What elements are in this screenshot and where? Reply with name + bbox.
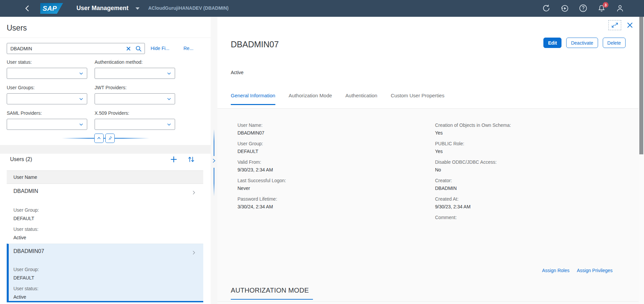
scrollbar-thumb[interactable] [639, 17, 643, 154]
user-row-dbadmin[interactable]: DBADMIN User Group: DEFAULT User status:… [7, 184, 203, 244]
edit-button[interactable]: Edit [543, 38, 561, 48]
field-user-name: User Name: DBADMIN07 [237, 122, 425, 136]
sap-logo-text: SAP [43, 5, 57, 12]
filter-user-status: User status: [7, 59, 87, 79]
field-created-at: Created At: 9/30/23, 2:34 AM [435, 196, 623, 209]
assign-roles-link[interactable]: Assign Roles [542, 268, 570, 273]
row-status-label: User status: [13, 226, 39, 232]
filter-label: SAML Providers: [7, 110, 87, 116]
sap-logo: SAP [40, 3, 63, 14]
replay-icon[interactable] [560, 4, 569, 13]
app-title[interactable]: User Management [76, 5, 128, 12]
jwt-providers-select[interactable] [95, 93, 175, 104]
restore-link[interactable]: Re... [183, 46, 194, 51]
filter-user-groups: User Groups: [7, 85, 87, 104]
field-label: Comment: [435, 215, 623, 220]
profile-icon[interactable] [615, 4, 625, 13]
row-group-label: User Group: [13, 207, 39, 213]
user-row-dbadmin07-selected[interactable]: DBADMIN07 User Group: DEFAULT User statu… [7, 244, 203, 302]
user-groups-select[interactable] [7, 93, 87, 104]
chevron-down-icon [78, 70, 84, 77]
field-disable-odbc-jdbc: Disable ODBC/JDBC Access: No [435, 159, 623, 172]
field-creator: Creator: DBADMIN [435, 178, 623, 191]
row-group-label: User Group: [13, 267, 39, 272]
assign-privileges-link[interactable]: Assign Privileges [577, 268, 613, 273]
pin-filters-button[interactable] [105, 134, 115, 143]
close-detail-icon[interactable] [626, 21, 634, 29]
field-value: 9/30/23, 2:34 AM [237, 167, 425, 172]
row-status-label: User status: [13, 286, 39, 291]
search-input[interactable] [7, 46, 124, 51]
row-chevron-right-icon[interactable] [191, 249, 197, 256]
tab-general-information[interactable]: General Information [231, 93, 275, 105]
enter-fullscreen-button[interactable] [608, 20, 621, 30]
add-user-button[interactable] [169, 155, 178, 164]
row-chevron-right-icon[interactable] [191, 189, 197, 196]
chevron-down-icon [78, 96, 84, 102]
filter-x509-providers: X.509 Providers: [95, 110, 175, 130]
field-label: Creator: [435, 178, 623, 183]
shellbar-actions: 3 [542, 4, 625, 13]
field-value: 9/30/23, 2:34 AM [435, 204, 623, 209]
field-value [435, 222, 623, 228]
field-value: Never [237, 186, 425, 191]
splitter-line [214, 168, 214, 196]
field-label: Valid From: [237, 159, 425, 165]
vertical-scrollbar[interactable] [639, 17, 644, 304]
back-icon[interactable] [23, 4, 32, 12]
notification-badge: 3 [603, 2, 608, 8]
tab-authorization-mode[interactable]: Authorization Mode [289, 93, 332, 105]
row-group-value: DEFAULT [13, 216, 34, 221]
app-title-caret-icon[interactable] [136, 7, 140, 10]
row-status-value: Active [13, 235, 26, 240]
field-creation-of-objects: Creation of Objects in Own Schema: Yes [435, 122, 623, 136]
user-search [7, 43, 145, 54]
panel-separator [0, 145, 211, 154]
saml-providers-select[interactable] [7, 119, 87, 130]
user-status-select[interactable] [7, 68, 87, 79]
field-value: DEFAULT [237, 149, 425, 154]
field-label: User Group: [237, 141, 425, 146]
help-icon[interactable] [579, 4, 588, 13]
filter-authentication-method: Authentication method: [95, 59, 175, 79]
search-icon[interactable] [135, 45, 143, 53]
field-comment: Comment: [435, 215, 623, 228]
authentication-method-select[interactable] [95, 68, 175, 79]
panel-splitter[interactable] [211, 17, 217, 304]
chevron-down-icon [166, 70, 172, 77]
notifications-bell-icon[interactable]: 3 [597, 4, 606, 13]
x509-providers-select[interactable] [95, 119, 175, 130]
user-detail-panel: DBADMIN07 Edit Deactivate Delete Active … [217, 17, 639, 304]
collapse-filters-button[interactable] [94, 134, 104, 143]
tab-divider [217, 108, 639, 109]
user-name: DBADMIN07 [13, 248, 44, 254]
field-valid-from: Valid From: 9/30/23, 2:34 AM [237, 159, 425, 172]
chevron-down-icon [166, 121, 172, 128]
users-list-panel: Users Hide Fi... Re... User status: Auth… [0, 17, 211, 304]
expand-panel-chevron-icon[interactable] [211, 158, 217, 166]
hide-filter-bar-link[interactable]: Hide Fi... [151, 46, 169, 51]
fullscreen-arrows-icon [610, 22, 619, 29]
tab-authentication[interactable]: Authentication [345, 93, 377, 105]
field-label: Password Lifetime: [237, 196, 425, 202]
field-value: No [435, 167, 623, 172]
field-value: Yes [435, 149, 623, 154]
user-management-app: SAP User Management ACloudGurujiHANADEV … [0, 0, 644, 304]
list-actions [169, 155, 196, 164]
sort-button[interactable] [187, 155, 196, 164]
chevron-up-icon [96, 136, 102, 141]
column-header-label: User Name [13, 174, 37, 180]
assign-actions: Assign Roles Assign Privileges [542, 268, 612, 273]
filter-label: X.509 Providers: [95, 110, 175, 116]
deactivate-button[interactable]: Deactivate [566, 38, 598, 48]
field-label: Creation of Objects in Own Schema: [435, 122, 623, 128]
clear-search-icon[interactable] [124, 45, 132, 53]
field-value: 3/30/24, 2:34 AM [237, 204, 425, 209]
filter-label: Authentication method: [95, 59, 175, 65]
field-user-group: User Group: DEFAULT [237, 141, 425, 154]
tab-custom-user-properties[interactable]: Custom User Properties [391, 93, 444, 105]
selected-row-indicator [7, 301, 203, 302]
refresh-icon[interactable] [542, 4, 551, 13]
field-value: Yes [435, 130, 623, 136]
delete-button[interactable]: Delete [603, 38, 626, 48]
